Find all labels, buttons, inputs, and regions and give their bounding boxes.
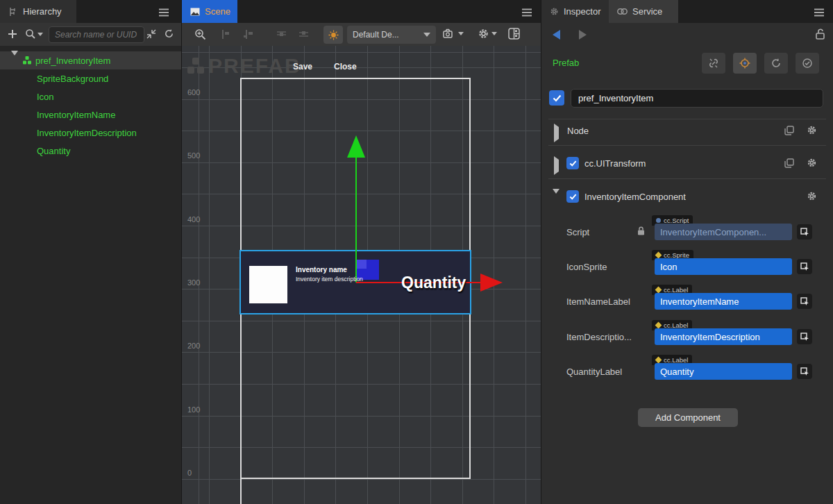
axis-tick-100: 100 [187, 405, 200, 414]
property-label: ItemDescriptio... [566, 332, 650, 342]
asset-type-dot [655, 287, 662, 294]
quantitylabel-ref-field[interactable]: Quantity [655, 363, 792, 380]
prefab-badge: Prefab [553, 58, 579, 68]
gizmo-y-axis[interactable] [355, 158, 357, 283]
add-component-button[interactable]: Add Component [638, 408, 738, 427]
tree-item-root[interactable]: pref_InventoryItem [0, 51, 181, 69]
picker-icon[interactable] [797, 364, 812, 379]
layout-grid-icon[interactable] [508, 28, 520, 40]
prefab-watermark: PREFAB [186, 54, 301, 78]
item-icon-sprite[interactable] [249, 266, 287, 303]
gizmo-x-arrowhead[interactable] [480, 274, 503, 292]
tab-inspector[interactable]: Inspector [541, 0, 609, 23]
search-filter-button[interactable] [25, 28, 43, 40]
camera-icon[interactable] [443, 28, 464, 39]
chevron-down-icon [491, 32, 497, 35]
search-input[interactable] [49, 26, 144, 43]
scene-canvas[interactable]: PREFAB Save Close 600 500 400 300 200 10… [182, 46, 541, 504]
component-section-title: InventoryItemComponent [584, 192, 686, 202]
tab-scene[interactable]: Scene [182, 0, 237, 23]
property-label: ItemNameLabel [566, 296, 650, 307]
align-bottom-icon[interactable] [298, 29, 309, 40]
chevron-down-icon [423, 33, 430, 37]
tree-item[interactable]: SpriteBackground [0, 69, 181, 87]
copy-icon[interactable] [784, 126, 794, 135]
scene-tabbar: Scene [182, 0, 541, 23]
prefab-watermark-label: PREFAB [208, 54, 301, 78]
align-center-h-icon[interactable] [243, 29, 253, 40]
hierarchy-panel: Hierarchy pref_InventoryItem SpriteBackg… [0, 0, 182, 504]
itemdescription-ref-field[interactable]: InventoryItemDescription [655, 328, 792, 345]
uitransform-section-title: cc.UITransform [584, 158, 646, 169]
tree-item-label: InventoryItemName [37, 110, 115, 120]
iconsprite-ref-field[interactable]: Icon [655, 258, 792, 275]
picker-icon[interactable] [797, 329, 812, 344]
close-button[interactable]: Close [334, 62, 357, 72]
script-ref-field[interactable]: InventoryItemComponen... [655, 224, 792, 240]
tree-item[interactable]: InventoryItemDescription [0, 124, 181, 142]
asset-type-dot [655, 322, 662, 329]
save-button[interactable]: Save [293, 62, 312, 72]
tree-item-label: pref_InventoryItem [35, 56, 110, 66]
tab-service[interactable]: Service [609, 0, 678, 23]
axis-tick-200: 200 [187, 342, 200, 350]
uitransform-expander-icon[interactable] [554, 160, 559, 172]
tree-item[interactable]: InventoryItemName [0, 106, 181, 124]
align-left-icon[interactable] [221, 29, 231, 40]
picker-icon[interactable] [797, 259, 812, 274]
device-dropdown[interactable]: Default De... [347, 26, 436, 44]
scene-toolbar: Default De... [182, 23, 541, 46]
locate-asset-button[interactable] [733, 53, 757, 74]
menu-icon[interactable] [814, 7, 825, 19]
asset-type-dot [655, 252, 662, 259]
item-description-label: Inventory item description [296, 276, 363, 283]
gear-icon[interactable] [478, 28, 497, 40]
picker-icon[interactable] [797, 224, 812, 240]
node-expander-icon[interactable] [554, 127, 559, 140]
forward-icon[interactable] [579, 30, 587, 40]
node-active-checkbox[interactable] [549, 90, 564, 106]
component-expander-icon[interactable] [553, 194, 559, 206]
picker-icon[interactable] [797, 294, 812, 309]
axis-tick-0: 0 [187, 469, 192, 477]
apply-prefab-button[interactable] [796, 53, 819, 74]
hierarchy-tab-label: Hierarchy [23, 6, 62, 17]
prefab-cubes-icon [186, 56, 205, 76]
revert-prefab-button[interactable] [764, 53, 788, 74]
expander-down-icon[interactable] [11, 56, 18, 66]
collapse-all-icon[interactable] [146, 29, 156, 39]
axis-tick-400: 400 [187, 215, 200, 224]
tree-item-label: Quantity [37, 146, 70, 156]
unlink-prefab-button[interactable] [702, 53, 725, 74]
add-node-button[interactable] [7, 28, 18, 40]
align-top-icon[interactable] [276, 29, 287, 40]
menu-icon[interactable] [158, 7, 169, 19]
gear-icon[interactable] [807, 191, 817, 201]
hierarchy-toolbar [0, 23, 181, 46]
gizmo-y-arrowhead[interactable] [347, 135, 365, 158]
copy-icon[interactable] [784, 158, 794, 168]
lock-icon [637, 226, 645, 235]
tree-item-label: SpriteBackground [37, 74, 108, 84]
zoom-in-icon[interactable] [194, 28, 206, 40]
service-tab-label: Service [632, 6, 662, 17]
inspector-panel: Inspector Service Prefab Node [541, 0, 833, 504]
tree-item[interactable]: Icon [0, 87, 181, 106]
uitransform-enabled-checkbox[interactable] [566, 157, 579, 169]
gear-icon[interactable] [807, 125, 817, 135]
tree-item-label: InventoryItemDescription [37, 128, 137, 138]
axis-x0-line [240, 479, 242, 504]
gizmo-light-toggle[interactable] [323, 26, 343, 44]
menu-icon[interactable] [521, 7, 532, 19]
tree-item[interactable]: Quantity [0, 142, 181, 160]
node-name-input[interactable] [571, 89, 823, 108]
itemnamelabel-ref-field[interactable]: InventoryItemName [655, 293, 792, 310]
hierarchy-tabbar: Hierarchy [0, 0, 181, 23]
component-enabled-checkbox[interactable] [566, 190, 579, 203]
back-icon[interactable] [553, 30, 560, 40]
unlock-icon[interactable] [815, 28, 825, 40]
tab-hierarchy[interactable]: Hierarchy [0, 0, 76, 23]
gear-icon[interactable] [807, 158, 817, 168]
refresh-icon[interactable] [164, 28, 174, 39]
tree-item-label: Icon [37, 92, 54, 102]
